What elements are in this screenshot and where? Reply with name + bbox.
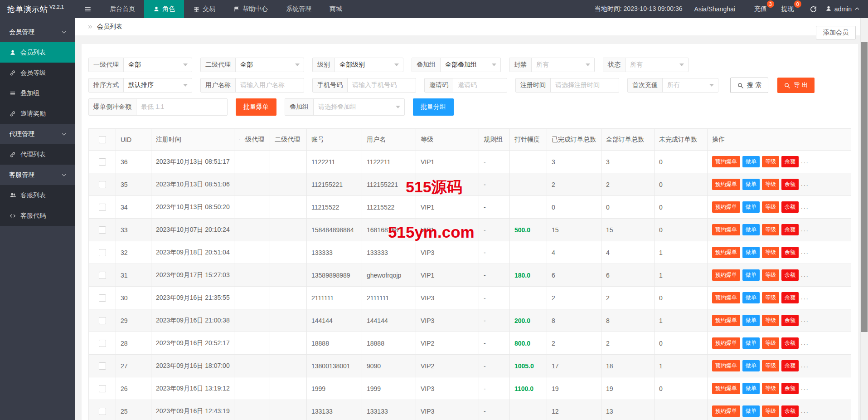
sidebar-item-邀请奖励[interactable]: 邀请奖励 — [0, 103, 75, 124]
level-button[interactable]: 等级 — [762, 224, 779, 235]
make-order-button[interactable]: 做单 — [742, 405, 760, 417]
batch-burst-button[interactable]: 批量爆单 — [236, 98, 276, 116]
more-actions[interactable]: ... — [801, 271, 809, 278]
balance-button[interactable]: 余额 — [781, 383, 799, 394]
row-checkbox[interactable] — [99, 204, 106, 211]
level-button[interactable]: 等级 — [762, 292, 779, 303]
filter-select-叠加组[interactable]: 全部叠加组 — [441, 58, 500, 72]
filter-input-爆单侧冲金额[interactable]: 最低 1.1 — [136, 99, 227, 115]
sidebar-item-会员等级[interactable]: 会员等级 — [0, 63, 75, 83]
batch-group-button[interactable]: 批量分组 — [413, 98, 454, 116]
make-order-button[interactable]: 做单 — [742, 201, 760, 213]
make-order-button[interactable]: 做单 — [742, 247, 760, 258]
row-checkbox[interactable] — [99, 158, 106, 166]
reserve-burst-button[interactable]: 预约爆单 — [712, 383, 740, 394]
reserve-burst-button[interactable]: 预约爆单 — [712, 247, 740, 258]
scrollbar-thumb[interactable] — [861, 42, 868, 332]
reserve-burst-button[interactable]: 预约爆单 — [712, 292, 740, 303]
more-actions[interactable]: ... — [801, 157, 809, 165]
sidebar-item-代理列表[interactable]: 代理列表 — [0, 144, 75, 165]
add-member-button[interactable]: 添加会员 — [816, 26, 856, 39]
reserve-burst-button[interactable]: 预约爆单 — [712, 337, 740, 349]
quick-link-提现[interactable]: 提现0 — [781, 5, 794, 13]
filter-input-手机号码[interactable]: 请输入手机号码 — [348, 78, 416, 92]
filter-select-级别[interactable]: 全部级别 — [335, 58, 403, 72]
filter-input-用户名称[interactable]: 请输入用户名称 — [236, 78, 304, 92]
sidebar-group-会员管理[interactable]: 会员管理 — [0, 22, 75, 42]
nav-item-角色[interactable]: 角色 — [144, 0, 184, 18]
row-checkbox[interactable] — [99, 226, 106, 234]
user-menu[interactable]: admin — [825, 5, 860, 13]
level-button[interactable]: 等级 — [762, 360, 779, 371]
balance-button[interactable]: 余额 — [781, 156, 799, 167]
reserve-burst-button[interactable]: 预约爆单 — [712, 201, 740, 213]
make-order-button[interactable]: 做单 — [742, 337, 760, 349]
nav-item-帮助中心[interactable]: 帮助中心 — [224, 0, 277, 18]
level-button[interactable]: 等级 — [762, 269, 779, 281]
select-all-checkbox[interactable] — [99, 136, 106, 143]
level-button[interactable]: 等级 — [762, 179, 779, 190]
reserve-burst-button[interactable]: 预约爆单 — [712, 360, 740, 371]
row-checkbox[interactable] — [99, 181, 106, 188]
level-button[interactable]: 等级 — [762, 383, 779, 394]
row-checkbox[interactable] — [99, 362, 106, 370]
balance-button[interactable]: 余额 — [781, 224, 799, 235]
make-order-button[interactable]: 做单 — [742, 156, 760, 167]
reserve-burst-button[interactable]: 预约爆单 — [712, 179, 740, 190]
more-actions[interactable]: ... — [801, 225, 809, 233]
balance-button[interactable]: 余额 — [781, 405, 799, 417]
more-actions[interactable]: ... — [801, 361, 809, 369]
reserve-burst-button[interactable]: 预约爆单 — [712, 269, 740, 281]
level-button[interactable]: 等级 — [762, 405, 779, 417]
filter-input-邀请码[interactable]: 邀请码 — [453, 78, 507, 92]
reserve-burst-button[interactable]: 预约爆单 — [712, 156, 740, 167]
make-order-button[interactable]: 做单 — [742, 179, 760, 190]
nav-item-后台首页[interactable]: 后台首页 — [101, 0, 144, 18]
filter-select-排序方式[interactable]: 默认排序 — [124, 78, 192, 92]
export-button[interactable]: 导 出 — [777, 78, 815, 93]
filter-select-叠加组[interactable]: 请选择叠加组 — [314, 99, 404, 115]
sidebar-item-客服列表[interactable]: 客服列表 — [0, 185, 75, 205]
row-checkbox[interactable] — [99, 294, 106, 302]
row-checkbox[interactable] — [99, 249, 106, 256]
level-button[interactable]: 等级 — [762, 315, 779, 326]
refresh-icon[interactable] — [810, 5, 817, 13]
nav-item-交易[interactable]: 交易 — [184, 0, 224, 18]
balance-button[interactable]: 余额 — [781, 337, 799, 349]
sidebar-item-叠加组[interactable]: 叠加组 — [0, 83, 75, 103]
level-button[interactable]: 等级 — [762, 156, 779, 167]
sidebar-item-客服代码[interactable]: 客服代码 — [0, 205, 75, 226]
make-order-button[interactable]: 做单 — [742, 315, 760, 326]
filter-select-一级代理[interactable]: 全部 — [124, 58, 192, 72]
filter-select-封禁[interactable]: 所有 — [532, 58, 594, 72]
more-actions[interactable]: ... — [801, 203, 809, 210]
reserve-burst-button[interactable]: 预约爆单 — [712, 405, 740, 417]
filter-select-状态[interactable]: 所有 — [626, 58, 688, 72]
make-order-button[interactable]: 做单 — [742, 292, 760, 303]
more-actions[interactable]: ... — [801, 316, 809, 323]
sidebar-toggle-button[interactable] — [75, 0, 101, 18]
more-actions[interactable]: ... — [801, 407, 809, 414]
nav-item-商城[interactable]: 商城 — [320, 0, 351, 18]
balance-button[interactable]: 余额 — [781, 360, 799, 371]
search-button[interactable]: 搜 索 — [730, 78, 768, 93]
more-actions[interactable]: ... — [801, 384, 809, 391]
make-order-button[interactable]: 做单 — [742, 360, 760, 371]
more-actions[interactable]: ... — [801, 248, 809, 255]
row-checkbox[interactable] — [99, 385, 106, 392]
row-checkbox[interactable] — [99, 340, 106, 347]
balance-button[interactable]: 余额 — [781, 269, 799, 281]
make-order-button[interactable]: 做单 — [742, 269, 760, 281]
row-checkbox[interactable] — [99, 317, 106, 324]
sidebar-group-客服管理[interactable]: 客服管理 — [0, 165, 75, 185]
balance-button[interactable]: 余额 — [781, 201, 799, 213]
level-button[interactable]: 等级 — [762, 337, 779, 349]
more-actions[interactable]: ... — [801, 293, 809, 301]
nav-item-系统管理[interactable]: 系统管理 — [277, 0, 320, 18]
balance-button[interactable]: 余额 — [781, 292, 799, 303]
filter-input-注册时间[interactable]: 请选择注册时间 — [551, 78, 619, 92]
sidebar-item-会员列表[interactable]: 会员列表 — [0, 42, 75, 63]
level-button[interactable]: 等级 — [762, 247, 779, 258]
level-button[interactable]: 等级 — [762, 201, 779, 213]
reserve-burst-button[interactable]: 预约爆单 — [712, 315, 740, 326]
